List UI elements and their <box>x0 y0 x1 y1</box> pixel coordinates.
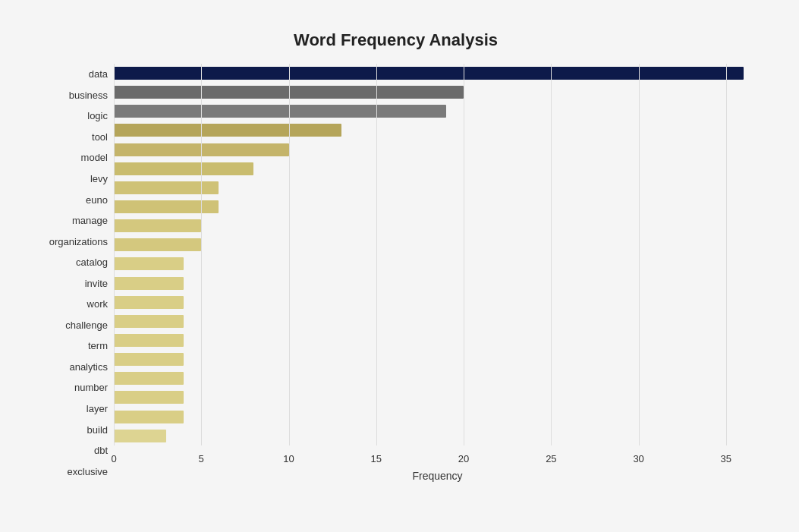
grid-line <box>201 64 202 445</box>
grid-line <box>726 64 727 445</box>
y-axis-label: exclusive <box>68 463 108 480</box>
bar <box>114 391 184 404</box>
y-axis-label: model <box>81 150 108 166</box>
bar <box>114 67 744 80</box>
bars-container <box>114 64 761 445</box>
bar <box>114 372 184 385</box>
x-axis: 05101520253035 <box>114 450 761 467</box>
grid-line <box>376 64 377 445</box>
y-axis-label: catalog <box>76 254 108 271</box>
bar <box>114 296 184 309</box>
bar-row <box>114 237 761 253</box>
x-axis-wrapper: 05101520253035 Frequency <box>114 445 761 482</box>
bar-row <box>114 160 761 177</box>
bar-row <box>114 313 761 329</box>
bar <box>114 200 219 213</box>
bar <box>114 277 184 290</box>
y-axis-label: levy <box>90 171 108 187</box>
bar <box>114 334 184 347</box>
grid-line <box>551 64 552 445</box>
bar-row <box>114 199 761 216</box>
x-tick-label: 15 <box>371 453 382 464</box>
bar <box>114 257 184 270</box>
chart-title: Word Frequency Analysis <box>30 30 761 50</box>
bar-row <box>114 275 761 291</box>
bar-row <box>114 427 761 444</box>
bar <box>114 238 201 251</box>
bar-row <box>114 332 761 349</box>
bar-row <box>114 370 761 387</box>
y-axis-label: term <box>88 338 108 354</box>
y-axis-label: logic <box>87 108 108 124</box>
bar-row <box>114 294 761 310</box>
x-tick-label: 30 <box>633 453 643 464</box>
y-axis: databusinesslogictoolmodellevyeunomanage… <box>30 64 114 482</box>
plot-area: 05101520253035 Frequency <box>114 64 761 482</box>
bar <box>114 162 253 175</box>
y-axis-label: build <box>87 421 108 438</box>
grid-line <box>464 64 464 445</box>
bar-row <box>114 218 761 235</box>
bar-row <box>114 389 761 406</box>
y-axis-label: work <box>87 296 108 313</box>
y-axis-label: invite <box>85 275 108 291</box>
chart-area: databusinesslogictoolmodellevyeunomanage… <box>30 64 761 482</box>
grid-line <box>639 64 640 445</box>
bar-row <box>114 351 761 368</box>
bar <box>114 105 446 118</box>
chart-container: Word Frequency Analysis databusinesslogi… <box>15 15 784 532</box>
x-tick-label: 35 <box>721 453 731 464</box>
x-tick-label: 20 <box>458 453 469 464</box>
y-axis-label: euno <box>86 191 108 208</box>
bar <box>114 86 464 99</box>
bar <box>114 353 184 366</box>
y-axis-label: data <box>89 66 108 83</box>
y-axis-label: organizations <box>49 233 108 250</box>
bar <box>114 143 289 156</box>
bar-row <box>114 103 761 120</box>
bar-row <box>114 141 761 158</box>
y-axis-label: dbt <box>94 442 108 459</box>
grid-line <box>114 64 115 445</box>
x-axis-title: Frequency <box>114 470 761 482</box>
x-tick-label: 25 <box>546 453 556 464</box>
bar <box>114 181 219 194</box>
x-tick-label: 10 <box>283 453 294 464</box>
y-axis-label: tool <box>92 128 108 145</box>
bar-row <box>114 408 761 425</box>
bar-row <box>114 256 761 272</box>
bar <box>114 219 201 232</box>
grid-lines <box>114 64 761 445</box>
x-tick-label: 0 <box>111 453 116 464</box>
y-axis-label: manage <box>72 212 108 229</box>
grid-line <box>289 64 290 445</box>
bar <box>114 315 184 328</box>
bar-row <box>114 179 761 196</box>
bar-row <box>114 122 761 139</box>
bar <box>114 430 166 442</box>
bar-row <box>114 84 761 101</box>
y-axis-label: number <box>74 379 108 396</box>
x-tick-label: 5 <box>199 453 204 464</box>
y-axis-label: business <box>69 87 108 103</box>
y-axis-label: layer <box>87 401 108 417</box>
bar-row <box>114 65 761 82</box>
bar <box>114 411 184 423</box>
bar <box>114 124 341 137</box>
y-axis-label: analytics <box>69 358 108 375</box>
y-axis-label: challenge <box>65 316 108 333</box>
